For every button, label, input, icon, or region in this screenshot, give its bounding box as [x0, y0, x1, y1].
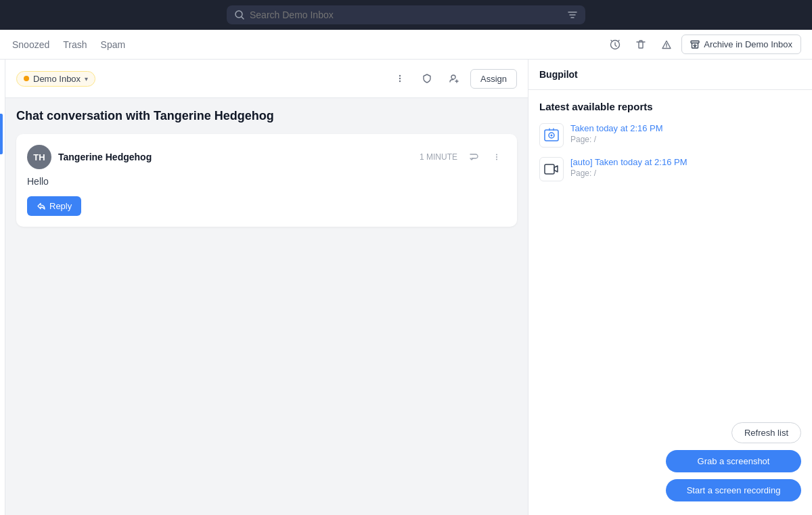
search-input[interactable]: [250, 9, 562, 20]
assign-icon: [449, 73, 459, 84]
inbox-badge[interactable]: Demo Inbox ▾: [16, 71, 95, 87]
reply-icon: [37, 202, 45, 210]
svg-rect-13: [545, 164, 554, 174]
snooze-button[interactable]: [604, 34, 626, 55]
recording-icon: [539, 157, 564, 181]
sub-nav-left: Snoozed Trash Spam: [11, 37, 602, 53]
report-page-2: Page: /: [570, 169, 687, 178]
more-options-button[interactable]: [389, 68, 411, 89]
report-item-1: Taken today at 2:16 PM Page: /: [539, 123, 801, 148]
message-more-icon: [492, 152, 501, 162]
top-bar: [0, 0, 812, 30]
svg-point-12: [551, 135, 553, 137]
svg-point-7: [496, 154, 497, 156]
conversation-title: Chat conversation with Tangerine Hedgeho…: [16, 109, 517, 123]
message-icons: [464, 148, 506, 166]
message-body: Hello: [27, 176, 506, 187]
refresh-button[interactable]: Refresh list: [731, 422, 801, 443]
snooze-icon: [610, 39, 621, 50]
reply-button-label: Reply: [49, 201, 72, 211]
sender-name: Tangerine Hedgehog: [58, 152, 413, 162]
message-header: TH Tangerine Hedgehog 1 MINUTE: [27, 145, 506, 169]
active-indicator: [0, 114, 3, 154]
sub-nav-actions: Archive in Demo Inbox: [604, 34, 801, 55]
trash-icon: [635, 39, 646, 50]
report-info-1: Taken today at 2:16 PM Page: /: [570, 123, 663, 144]
message-time: 1 MINUTE: [420, 152, 457, 162]
reports-title: Latest available reports: [539, 101, 801, 112]
message-card: TH Tangerine Hedgehog 1 MINUTE: [16, 134, 517, 227]
svg-rect-2: [691, 41, 699, 43]
recording-button[interactable]: Start a screen recording: [666, 479, 801, 501]
screenshot-button[interactable]: Grab a screenshot: [666, 450, 801, 472]
reply-button[interactable]: Reply: [27, 196, 81, 216]
svg-point-9: [496, 159, 497, 160]
right-panel-body: Latest available reports Taken today at …: [528, 90, 812, 414]
spam-icon: [661, 39, 672, 50]
main-layout: Demo Inbox ▾: [0, 60, 812, 515]
more-icon: [394, 73, 405, 84]
shield-icon: [422, 73, 432, 84]
filter-icon[interactable]: [568, 10, 577, 20]
right-panel: Bugpilot Latest available reports Taken …: [528, 60, 812, 515]
inbox-label: Demo Inbox: [33, 74, 81, 84]
nav-spam[interactable]: Spam: [99, 37, 127, 53]
shield-button[interactable]: [416, 68, 438, 89]
message-more-button[interactable]: [487, 148, 506, 166]
right-panel-header: Bugpilot: [528, 60, 812, 90]
svg-point-3: [399, 75, 401, 76]
search-icon: [235, 10, 244, 20]
inbox-dot: [24, 76, 29, 81]
chevron-down-icon: ▾: [85, 75, 88, 83]
main-content: Demo Inbox ▾: [5, 60, 528, 515]
spam-button[interactable]: [656, 34, 677, 55]
nav-trash[interactable]: Trash: [62, 37, 88, 53]
conversation-header: Demo Inbox ▾: [5, 60, 528, 98]
conversation-body: Chat conversation with Tangerine Hedgeho…: [5, 98, 528, 515]
trash-button[interactable]: [630, 34, 652, 55]
archive-button[interactable]: Archive in Demo Inbox: [681, 35, 801, 54]
bugpilot-title: Bugpilot: [539, 69, 578, 80]
reply-quick-button[interactable]: [464, 148, 483, 166]
avatar: TH: [27, 145, 51, 169]
archive-button-label: Archive in Demo Inbox: [704, 39, 792, 49]
report-item-2: [auto] Taken today at 2:16 PM Page: /: [539, 157, 801, 181]
left-edge-bar: [0, 60, 5, 515]
nav-snoozed[interactable]: Snoozed: [11, 37, 51, 53]
report-link-1[interactable]: Taken today at 2:16 PM: [570, 123, 663, 133]
archive-icon: [690, 40, 700, 49]
report-info-2: [auto] Taken today at 2:16 PM Page: /: [570, 157, 687, 178]
assign-button[interactable]: Assign: [470, 69, 517, 89]
right-panel-actions: Refresh list Grab a screenshot Start a s…: [528, 414, 812, 515]
svg-point-4: [399, 78, 401, 79]
assign-user-button[interactable]: [443, 68, 465, 89]
reply-quick-icon: [469, 152, 478, 162]
svg-point-6: [451, 75, 455, 79]
screenshot-icon: [539, 123, 564, 148]
svg-point-8: [496, 156, 497, 158]
report-link-2[interactable]: [auto] Taken today at 2:16 PM: [570, 157, 687, 167]
report-page-1: Page: /: [570, 135, 663, 144]
svg-point-5: [399, 81, 401, 82]
sub-nav: Snoozed Trash Spam: [0, 30, 812, 60]
search-container: [227, 5, 585, 24]
